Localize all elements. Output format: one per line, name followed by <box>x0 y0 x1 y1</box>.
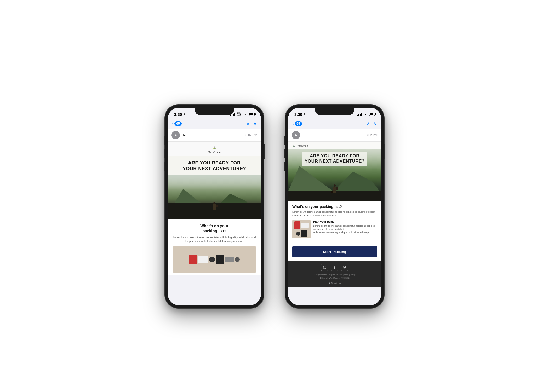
signal-bar-2 <box>232 114 232 116</box>
packing-title-line1-left: What's on your <box>200 223 228 228</box>
twitter-icon[interactable] <box>341 264 348 271</box>
status-icons-right <box>357 113 375 116</box>
email-subheader-right: A To: › 3:02 PM <box>288 129 381 142</box>
email-to-left: To: › <box>180 133 245 137</box>
battery-fill-right <box>370 113 373 115</box>
plan-text-1: Lorem ipsum dolor sit amet, consectetur <box>313 224 355 227</box>
email-content-right: ⛰️ Wandering ARE YOU READY FOR YOUR NEXT… <box>288 142 381 287</box>
plan-title-right: What's on your packing list? <box>292 205 377 209</box>
notch-right <box>315 108 354 115</box>
start-packing-button[interactable]: Start Packing <box>292 246 377 257</box>
figure-head-left <box>213 202 215 204</box>
to-chevron-left: › <box>189 133 190 137</box>
plan-text-3: incididunt. <box>334 228 345 230</box>
person-head-right <box>334 184 336 187</box>
mail-header-right: ‹ 65 ∧ ∨ <box>288 119 381 129</box>
nav-icon-left: ✈ <box>183 112 186 116</box>
hero-line1-right: ARE YOU READY FOR <box>310 153 359 158</box>
mail-nav-right: ∧ ∨ <box>367 121 377 126</box>
signal-bar-3 <box>233 114 234 116</box>
email-content-left: ⛰️ Wandering ARE YOU READY FOR YOUR NEXT… <box>168 142 261 275</box>
pi-dark <box>296 232 300 236</box>
mail-nav-down-right[interactable]: ∨ <box>374 121 377 126</box>
page-container: 3:30 ✈ ); <box>10 10 539 392</box>
mail-nav-down-left[interactable]: ∨ <box>253 121 257 126</box>
plan-body-right: Lorem ipsum dolor sit amet, consectetur … <box>292 210 377 217</box>
plan-item-image-right <box>292 220 311 238</box>
item-dark-left <box>209 257 215 262</box>
back-chevron-left: ‹ <box>172 121 173 126</box>
brand-name-right: Wandering <box>296 144 308 147</box>
mail-back-button-right[interactable]: ‹ 65 <box>292 121 302 126</box>
signal-bar-r4 <box>361 113 362 116</box>
product-image-left <box>173 246 256 273</box>
hero-headline-overlay-right: ARE YOU READY FOR YOUR NEXT ADVENTURE? <box>288 152 381 166</box>
status-icons-left: ); <box>230 112 255 116</box>
wifi-icon-left: ); <box>237 112 242 116</box>
cta-container-right: Start Packing <box>288 244 381 261</box>
brand-mountain-right: ⛰️ <box>292 144 295 147</box>
social-icons-right <box>292 264 377 271</box>
hero-headline-right: ARE YOU READY FOR YOUR NEXT ADVENTURE? <box>302 152 367 166</box>
status-time-right: 3:30 <box>294 112 302 117</box>
packing-title-left: What's on your packing list? <box>173 223 256 233</box>
signal-bar-1 <box>230 115 231 116</box>
back-chevron-right: ‹ <box>292 121 294 126</box>
facebook-icon[interactable] <box>331 264 338 271</box>
svg-point-2 <box>325 267 326 267</box>
email-to-right: To: › <box>300 133 366 137</box>
hero-headline-left: ARE YOU READY FOR YOUR NEXT ADVENTURE? <box>173 160 256 171</box>
flat-lay-left <box>173 246 256 273</box>
signal-bar-r1 <box>357 115 358 116</box>
figure-body-left <box>213 204 216 210</box>
plan-item-row-right: Plan your pack. Lorem ipsum dolor sit am… <box>292 220 377 238</box>
email-subheader-left: A To: › 3:02 PM <box>168 129 261 142</box>
to-chevron-right: › <box>309 133 310 137</box>
plan-item-content-right: Plan your pack. Lorem ipsum dolor sit am… <box>313 220 377 238</box>
mail-header-left: ‹ 65 ∧ ∨ <box>168 119 261 129</box>
hero-image-left <box>168 175 261 219</box>
wifi-svg-right <box>363 113 368 116</box>
mail-badge-left: 65 <box>174 121 181 126</box>
signal-bar-4 <box>234 113 235 116</box>
mail-nav-up-right[interactable]: ∧ <box>367 121 370 126</box>
footer-mountain-icon: ⛰️ <box>328 282 331 284</box>
figure-left <box>212 202 217 212</box>
phone-right-screen: 3:30 ✈ <box>288 108 381 305</box>
phone-right: 3:30 ✈ <box>285 105 384 308</box>
mail-badge-right: 65 <box>295 121 302 126</box>
brand-name-left: Wandering <box>208 150 221 153</box>
signal-bar-r3 <box>360 114 361 116</box>
figure-bag-left <box>216 205 218 207</box>
pi-white <box>301 223 309 228</box>
wifi-svg-left <box>243 113 247 116</box>
status-time-left: 3:30 <box>174 112 182 117</box>
battery-icon-right <box>369 113 375 116</box>
person-body-right <box>333 187 336 193</box>
nav-icon-right: ✈ <box>303 112 306 116</box>
svg-point-1 <box>324 267 325 268</box>
plan-item-text-right: Lorem ipsum dolor sit amet, consectetur … <box>313 224 377 234</box>
plan-text-5: eiusmod tempo. <box>354 231 371 234</box>
plan-item-title-right: Plan your pack. <box>313 220 377 223</box>
packing-body-left: Lorem ipsum dolor sit amet, consectetur … <box>173 235 256 243</box>
mail-nav-up-left[interactable]: ∧ <box>246 121 250 126</box>
person-right <box>333 184 336 193</box>
mail-back-button-left[interactable]: ‹ 65 <box>172 121 182 126</box>
sender-avatar-left: A <box>171 131 180 139</box>
brand-top-right: ⛰️ Wandering <box>288 142 381 149</box>
item-black-left <box>216 255 224 264</box>
phone-left: 3:30 ✈ ); <box>165 105 264 308</box>
fog-overlay-left <box>168 175 261 190</box>
battery-icon-left <box>249 113 255 116</box>
person-pack-right <box>336 187 338 190</box>
footer-address: 1 Example Way | Pretend, TX 39102 <box>320 277 349 279</box>
signal-bars-right <box>357 113 362 116</box>
packing-title-line2-left: packing list? <box>202 229 226 233</box>
sender-avatar-right: A <box>292 131 300 139</box>
hero-line2-right: YOUR NEXT ADVENTURE? <box>305 159 364 164</box>
footer-right: Manage Preferences | Unsubscribe | Priva… <box>288 261 381 287</box>
instagram-icon[interactable] <box>321 264 328 271</box>
plan-section-right: What's on your packing list? Lorem ipsum… <box>288 201 381 244</box>
to-label-left: To: <box>182 133 187 137</box>
